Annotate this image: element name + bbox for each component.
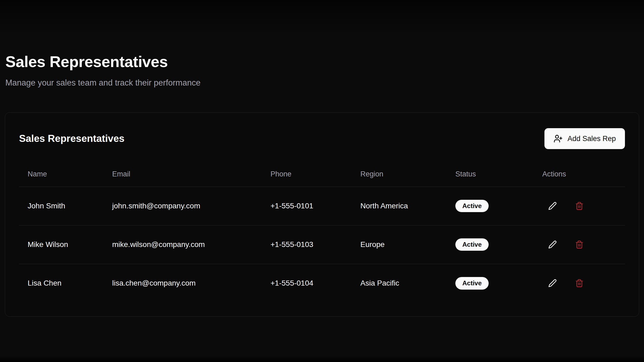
page-title: Sales Representatives <box>5 53 639 71</box>
delete-button[interactable] <box>572 237 587 252</box>
edit-button[interactable] <box>545 276 560 291</box>
rep-name: John Smith <box>19 187 104 225</box>
sales-reps-table: Name Email Phone Region Status Actions J… <box>19 162 625 302</box>
trash-icon <box>575 202 584 210</box>
column-header-actions: Actions <box>534 162 625 187</box>
rep-email: john.smith@company.com <box>104 187 262 225</box>
edit-button[interactable] <box>545 198 560 213</box>
card-title: Sales Representatives <box>19 133 125 144</box>
rep-name: Lisa Chen <box>19 264 104 302</box>
rep-phone: +1-555-0101 <box>262 187 352 225</box>
table-row: John Smith john.smith@company.com +1-555… <box>19 187 625 225</box>
add-sales-rep-button[interactable]: Add Sales Rep <box>544 128 625 149</box>
card-header: Sales Representatives Add Sales Rep <box>19 128 625 149</box>
column-header-status: Status <box>447 162 534 187</box>
pencil-icon <box>548 240 557 249</box>
trash-icon <box>575 240 584 249</box>
row-actions <box>542 276 625 291</box>
rep-region: Europe <box>352 225 447 264</box>
table-row: Mike Wilson mike.wilson@company.com +1-5… <box>19 225 625 264</box>
column-header-region: Region <box>352 162 447 187</box>
pencil-icon <box>548 279 557 287</box>
column-header-email: Email <box>104 162 262 187</box>
rep-region: Asia Pacific <box>352 264 447 302</box>
delete-button[interactable] <box>572 198 587 213</box>
pencil-icon <box>548 202 557 210</box>
status-badge: Active <box>455 277 489 290</box>
row-actions <box>542 237 625 252</box>
rep-phone: +1-555-0104 <box>262 264 352 302</box>
table-row: Lisa Chen lisa.chen@company.com +1-555-0… <box>19 264 625 302</box>
table-header-row: Name Email Phone Region Status Actions <box>19 162 625 187</box>
user-plus-icon <box>554 134 563 143</box>
status-badge: Active <box>455 200 489 212</box>
add-sales-rep-label: Add Sales Rep <box>568 135 616 143</box>
page-subtitle: Manage your sales team and track their p… <box>5 78 639 88</box>
page: Sales Representatives Manage your sales … <box>0 0 644 362</box>
sales-reps-card: Sales Representatives Add Sales Rep <box>5 112 639 317</box>
rep-name: Mike Wilson <box>19 225 104 264</box>
delete-button[interactable] <box>572 276 587 291</box>
rep-phone: +1-555-0103 <box>262 225 352 264</box>
rep-email: lisa.chen@company.com <box>104 264 262 302</box>
trash-icon <box>575 279 584 287</box>
status-badge: Active <box>455 238 489 251</box>
column-header-name: Name <box>19 162 104 187</box>
rep-region: North America <box>352 187 447 225</box>
row-actions <box>542 198 625 213</box>
column-header-phone: Phone <box>262 162 352 187</box>
edit-button[interactable] <box>545 237 560 252</box>
rep-email: mike.wilson@company.com <box>104 225 262 264</box>
